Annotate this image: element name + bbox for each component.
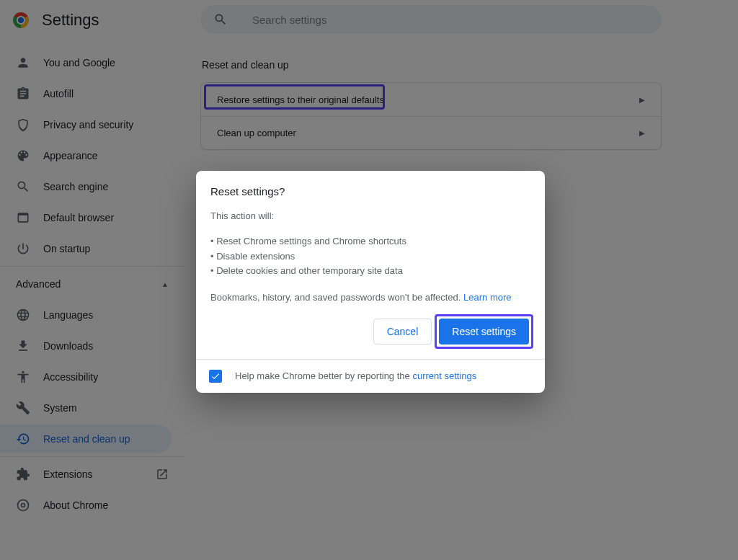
- report-settings-checkbox[interactable]: [209, 370, 222, 383]
- sidebar-item-label: Appearance: [43, 150, 98, 161]
- current-settings-link[interactable]: current settings: [412, 370, 476, 381]
- sidebar-item-label: On startup: [43, 243, 90, 254]
- dialog-note: Bookmarks, history, and saved passwords …: [210, 290, 530, 306]
- sidebar-item-reset-cleanup[interactable]: Reset and clean up: [0, 425, 172, 453]
- sidebar-item-label: Autofill: [43, 88, 74, 99]
- sidebar-item-autofill[interactable]: Autofill: [0, 79, 172, 108]
- svg-point-0: [18, 500, 29, 511]
- chevron-right-icon: ▶: [639, 96, 645, 104]
- svg-point-1: [22, 504, 25, 507]
- chevron-right-icon: ▶: [639, 129, 645, 137]
- sidebar-item-system[interactable]: System: [0, 394, 172, 422]
- person-icon: [16, 55, 30, 70]
- dialog-intro: This action will:: [210, 209, 530, 224]
- learn-more-link[interactable]: Learn more: [463, 292, 511, 303]
- sidebar-item-search-engine[interactable]: Search engine: [0, 172, 172, 201]
- cancel-button[interactable]: Cancel: [373, 319, 432, 345]
- search-icon: [213, 12, 228, 27]
- sidebar-item-on-startup[interactable]: On startup: [0, 234, 172, 263]
- sidebar-item-label: Extensions: [43, 468, 92, 480]
- sidebar-item-accessibility[interactable]: Accessibility: [0, 363, 172, 391]
- sidebar-item-label: Reset and clean up: [43, 433, 130, 445]
- sidebar-advanced-label: Advanced: [16, 278, 61, 290]
- sidebar-item-downloads[interactable]: Downloads: [0, 332, 172, 360]
- palette-icon: [16, 148, 30, 163]
- sidebar-item-label: Accessibility: [43, 371, 98, 383]
- dialog-bullet: Delete cookies and other temporary site …: [210, 264, 530, 279]
- reset-settings-dialog: Reset settings? This action will: Reset …: [196, 171, 545, 393]
- globe-icon: [16, 308, 30, 322]
- browser-window-icon: [16, 210, 30, 225]
- dialog-bullet: Reset Chrome settings and Chrome shortcu…: [210, 234, 530, 249]
- sidebar-item-label: Privacy and security: [43, 119, 133, 130]
- sidebar-divider: [0, 266, 184, 267]
- row-restore-defaults[interactable]: Restore settings to their original defau…: [201, 83, 661, 116]
- search-icon: [16, 179, 30, 194]
- download-icon: [16, 339, 30, 353]
- extension-icon: [16, 467, 30, 481]
- sidebar-item-label: About Chrome: [43, 499, 108, 511]
- sidebar-item-you-and-google[interactable]: You and Google: [0, 48, 172, 77]
- sidebar-item-label: Downloads: [43, 340, 93, 352]
- clipboard-icon: [16, 86, 30, 101]
- row-label: Clean up computer: [217, 128, 296, 138]
- wrench-icon: [16, 401, 30, 415]
- reset-settings-button[interactable]: Reset settings: [439, 319, 529, 345]
- sidebar-item-label: Search engine: [43, 181, 108, 192]
- sidebar-item-label: Default browser: [43, 212, 114, 223]
- sidebar-item-about-chrome[interactable]: About Chrome: [0, 491, 172, 520]
- dialog-bullet: Disable extensions: [210, 249, 530, 265]
- sidebar-item-languages[interactable]: Languages: [0, 301, 172, 329]
- chrome-outline-icon: [16, 498, 30, 512]
- accessibility-icon: [16, 370, 30, 384]
- open-in-new-icon: [156, 468, 169, 481]
- row-label: Restore settings to their original defau…: [217, 94, 384, 105]
- reset-cleanup-card: Restore settings to their original defau…: [200, 82, 662, 150]
- sidebar-advanced-toggle[interactable]: Advanced ▲: [0, 270, 186, 298]
- sidebar-item-label: Languages: [43, 309, 93, 321]
- power-icon: [16, 241, 30, 256]
- sidebar-item-privacy[interactable]: Privacy and security: [0, 110, 172, 139]
- sidebar-item-label: You and Google: [43, 57, 115, 68]
- dialog-title: Reset settings?: [210, 185, 530, 197]
- page-title: Settings: [42, 11, 99, 30]
- search-input[interactable]: [252, 14, 613, 26]
- row-clean-up-computer[interactable]: Clean up computer ▶: [201, 116, 661, 149]
- sidebar-item-appearance[interactable]: Appearance: [0, 141, 172, 170]
- chrome-logo-icon: [13, 12, 29, 28]
- sidebar-item-label: System: [43, 402, 77, 414]
- sidebar-item-default-browser[interactable]: Default browser: [0, 203, 172, 232]
- shield-icon: [16, 117, 30, 132]
- chevron-up-icon: ▲: [161, 280, 169, 288]
- dialog-footer-text: Help make Chrome better by reporting the…: [235, 370, 476, 381]
- sidebar-item-extensions[interactable]: Extensions: [0, 460, 172, 489]
- search-settings[interactable]: [200, 5, 662, 34]
- section-title: Reset and clean up: [202, 59, 662, 71]
- sidebar-divider: [0, 456, 184, 457]
- restore-icon: [16, 432, 30, 446]
